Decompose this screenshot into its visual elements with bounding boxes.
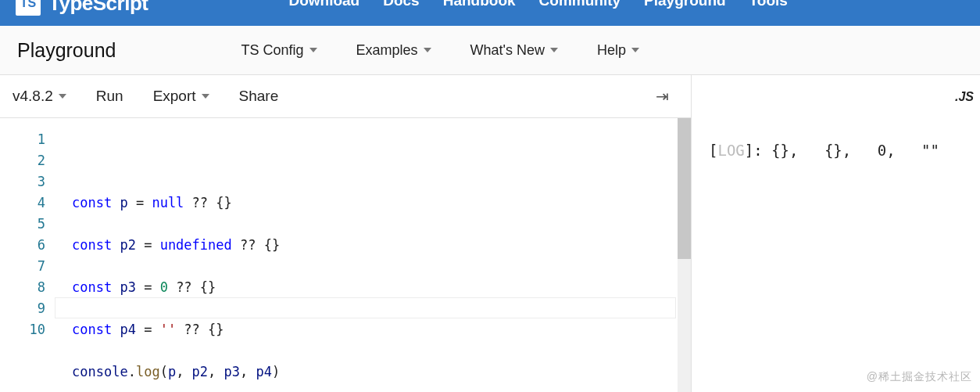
- chevron-down-icon: [202, 94, 209, 99]
- chevron-down-icon: [550, 48, 558, 52]
- menu-label: TS Config: [241, 42, 303, 59]
- version-selector[interactable]: v4.8.2: [13, 88, 66, 105]
- run-button[interactable]: Run: [96, 88, 123, 105]
- arrow-right-icon[interactable]: ⇥: [656, 87, 669, 106]
- log-line: [LOG]: {}, {}, 0, "": [709, 140, 972, 161]
- sub-nav: Playground TS Config Examples What's New…: [0, 26, 980, 75]
- chevron-down-icon: [59, 94, 66, 99]
- nav-docs[interactable]: Docs: [383, 0, 419, 9]
- export-button[interactable]: Export: [153, 88, 209, 105]
- editor-toolbar: v4.8.2 Run Export Share ⇥: [0, 75, 691, 118]
- menu-label: Help: [597, 42, 626, 59]
- top-nav-links: Download Docs Handbook Community Playgro…: [288, 0, 787, 9]
- log-bracket: ]:: [745, 142, 771, 159]
- nav-tools[interactable]: Tools: [749, 0, 788, 9]
- menu-label: What's New: [470, 42, 545, 59]
- sub-nav-items: TS Config Examples What's New Help: [241, 42, 639, 59]
- share-button[interactable]: Share: [239, 88, 279, 105]
- brand-name: TypeScript: [48, 0, 148, 16]
- scrollbar-thumb[interactable]: [678, 118, 691, 259]
- log-tag: LOG: [717, 142, 744, 159]
- output-tab-js[interactable]: .JS: [691, 75, 980, 118]
- nav-playground[interactable]: Playground: [644, 0, 726, 9]
- version-label: v4.8.2: [13, 88, 53, 105]
- log-bracket: [: [709, 142, 717, 159]
- nav-download[interactable]: Download: [288, 0, 359, 9]
- menu-label: Examples: [356, 42, 418, 59]
- output-pane: [LOG]: {}, {}, 0, "": [691, 118, 980, 392]
- log-values: {}, {}, 0, "": [771, 142, 939, 159]
- page-title: Playground: [17, 39, 116, 62]
- chevron-down-icon: [424, 48, 431, 52]
- chevron-down-icon: [309, 48, 317, 52]
- brand-logo-icon: TS: [16, 0, 41, 16]
- editor-pane[interactable]: 12345678910 const p = null ?? {}const p2…: [0, 118, 691, 392]
- top-nav: TS TypeScript Download Docs Handbook Com…: [0, 0, 980, 26]
- brand[interactable]: TS TypeScript: [16, 0, 148, 16]
- menu-ts-config[interactable]: TS Config: [241, 42, 317, 59]
- nav-handbook[interactable]: Handbook: [443, 0, 516, 9]
- export-label: Export: [153, 88, 196, 105]
- line-number-gutter: 12345678910: [0, 118, 55, 392]
- editor-scrollbar[interactable]: [678, 118, 691, 392]
- code-editor[interactable]: const p = null ?? {}const p2 = undefined…: [55, 118, 678, 392]
- menu-help[interactable]: Help: [597, 42, 639, 59]
- chevron-down-icon: [631, 48, 639, 52]
- nav-community[interactable]: Community: [539, 0, 621, 9]
- menu-whats-new[interactable]: What's New: [470, 42, 558, 59]
- menu-examples[interactable]: Examples: [356, 42, 431, 59]
- main-area: 12345678910 const p = null ?? {}const p2…: [0, 118, 980, 392]
- watermark: @稀土掘金技术社区: [867, 370, 972, 384]
